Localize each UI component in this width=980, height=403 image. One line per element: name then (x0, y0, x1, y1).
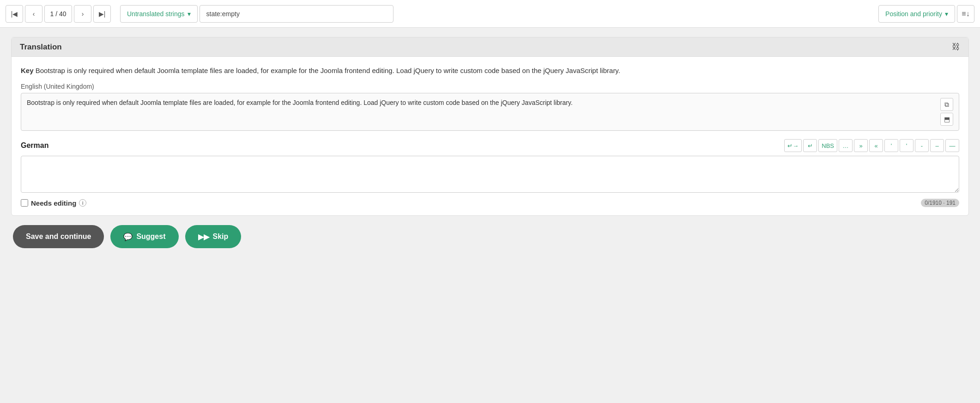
german-header: German ↵→ ↵ NBS … » « ' ' - – — (21, 139, 959, 152)
first-page-button[interactable]: |◀ (6, 5, 23, 23)
main-content: Translation ⛓ Key Bootstrap is only requ… (0, 28, 980, 260)
suggest-button[interactable]: 💬 Suggest (110, 225, 178, 248)
needs-editing-label[interactable]: Needs editing i (21, 199, 86, 207)
position-priority-button[interactable]: Position and priority ▾ (878, 5, 955, 23)
copy-to-target-icon: ⬒ (944, 116, 950, 123)
next-page-button[interactable]: › (74, 5, 91, 23)
suggest-label: Suggest (136, 232, 165, 241)
filter-tag: state:empty (200, 5, 393, 23)
char-lsquo-button[interactable]: ' (900, 139, 913, 152)
char-tab-button[interactable]: ↵→ (784, 139, 802, 152)
source-text-box: Bootstrap is only required when default … (21, 93, 959, 131)
skip-icon: ▶▶ (198, 232, 209, 241)
source-lang-label: English (United Kingdom) (21, 83, 959, 90)
card-header: Translation ⛓ (12, 37, 968, 57)
key-text: Bootstrap is only required when default … (36, 67, 620, 74)
char-newline-button[interactable]: ↵ (803, 139, 817, 152)
save-continue-label: Save and continue (26, 232, 91, 241)
char-rsquo-button[interactable]: ' (884, 139, 898, 152)
next-icon: › (82, 10, 84, 18)
filter-label: Untranslated strings (127, 10, 185, 18)
bottom-row: Needs editing i 0/1910 · 191 (21, 199, 959, 207)
card-body: Key Bootstrap is only required when defa… (12, 57, 968, 215)
sort-order-button[interactable]: ≡↓ (957, 5, 974, 23)
last-page-button[interactable]: ▶| (93, 5, 111, 23)
char-nbs-button[interactable]: NBS (818, 139, 837, 152)
toolbar: |◀ ‹ 1 / 40 › ▶| Untranslated strings ▾ … (0, 0, 980, 28)
first-page-icon: |◀ (11, 10, 18, 18)
copy-icons: ⧉ ⬒ (940, 98, 953, 126)
page-indicator: 1 / 40 (44, 5, 72, 23)
skip-button[interactable]: ▶▶ Skip (185, 225, 242, 248)
char-em-dash-button[interactable]: — (945, 139, 959, 152)
prev-icon: ‹ (33, 10, 35, 18)
key-label: Key (21, 67, 34, 74)
position-chevron-icon: ▾ (945, 10, 948, 18)
actions-row: Save and continue 💬 Suggest ▶▶ Skip (11, 216, 969, 251)
source-text: Bootstrap is only required when default … (27, 98, 937, 108)
save-continue-button[interactable]: Save and continue (13, 225, 104, 248)
last-page-icon: ▶| (99, 10, 106, 18)
suggest-icon: 💬 (123, 232, 133, 241)
link-icon[interactable]: ⛓ (952, 42, 960, 52)
char-laquo-button[interactable]: « (869, 139, 883, 152)
copy-source-button[interactable]: ⧉ (940, 98, 953, 111)
char-en-dash-button[interactable]: – (930, 139, 944, 152)
skip-label: Skip (213, 232, 229, 241)
copy-to-target-button[interactable]: ⬒ (940, 113, 953, 126)
card-title: Translation (20, 43, 62, 52)
position-label: Position and priority (885, 10, 942, 18)
copy-icon: ⧉ (944, 101, 949, 109)
char-ellipsis-button[interactable]: … (839, 139, 853, 152)
filter-chevron-icon: ▾ (188, 10, 191, 18)
german-textarea[interactable] (21, 156, 959, 193)
char-raquo-button[interactable]: » (854, 139, 868, 152)
needs-editing-info-icon[interactable]: i (79, 199, 86, 207)
special-chars: ↵→ ↵ NBS … » « ' ' - – — (784, 139, 959, 152)
filter-dropdown-button[interactable]: Untranslated strings ▾ (120, 5, 198, 23)
needs-editing-text: Needs editing (31, 199, 76, 207)
char-counter: 0/1910 · 191 (921, 199, 959, 207)
needs-editing-checkbox[interactable] (21, 199, 28, 207)
sort-order-icon: ≡↓ (962, 10, 969, 18)
key-section: Key Bootstrap is only required when defa… (21, 65, 959, 76)
german-label: German (21, 141, 48, 150)
char-hyphen-button[interactable]: - (915, 139, 929, 152)
prev-page-button[interactable]: ‹ (25, 5, 42, 23)
translation-card: Translation ⛓ Key Bootstrap is only requ… (11, 37, 969, 216)
